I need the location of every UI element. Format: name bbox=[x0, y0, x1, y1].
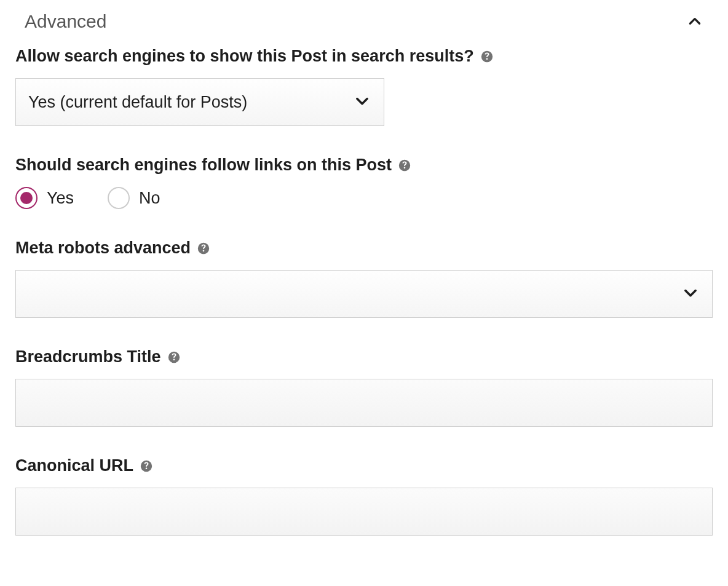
follow-links-no-label: No bbox=[139, 189, 160, 208]
advanced-panel-title: Advanced bbox=[25, 11, 106, 32]
allow-search-engines-select[interactable]: Yes (current default for Posts) bbox=[15, 78, 384, 126]
breadcrumbs-title-label: Breadcrumbs Title bbox=[15, 347, 713, 366]
meta-robots-select[interactable] bbox=[15, 270, 713, 318]
help-icon[interactable] bbox=[167, 350, 181, 364]
canonical-url-input[interactable] bbox=[15, 488, 713, 536]
help-icon[interactable] bbox=[140, 459, 153, 473]
canonical-url-label-text: Canonical URL bbox=[15, 456, 133, 475]
follow-links-radio-group: Yes No bbox=[15, 187, 713, 209]
help-icon[interactable] bbox=[480, 50, 494, 63]
canonical-url-label: Canonical URL bbox=[15, 456, 713, 475]
radio-dot bbox=[20, 192, 33, 204]
breadcrumbs-title-input[interactable] bbox=[15, 379, 713, 427]
allow-search-engines-selected-value: Yes (current default for Posts) bbox=[28, 93, 247, 112]
radio-circle-selected bbox=[15, 187, 38, 209]
advanced-panel-header[interactable]: Advanced bbox=[15, 0, 713, 47]
meta-robots-label: Meta robots advanced bbox=[15, 239, 713, 258]
radio-circle-unselected bbox=[108, 187, 130, 209]
follow-links-yes-label: Yes bbox=[47, 189, 74, 208]
follow-links-label: Should search engines follow links on th… bbox=[15, 156, 713, 175]
follow-links-label-text: Should search engines follow links on th… bbox=[15, 156, 392, 175]
breadcrumbs-title-label-text: Breadcrumbs Title bbox=[15, 347, 161, 366]
help-icon[interactable] bbox=[197, 242, 210, 255]
allow-search-engines-label: Allow search engines to show this Post i… bbox=[15, 47, 713, 66]
allow-search-engines-label-text: Allow search engines to show this Post i… bbox=[15, 47, 474, 66]
meta-robots-label-text: Meta robots advanced bbox=[15, 239, 191, 258]
follow-links-radio-no[interactable]: No bbox=[108, 187, 160, 209]
help-icon[interactable] bbox=[398, 159, 411, 172]
chevron-up-icon bbox=[686, 13, 703, 30]
follow-links-radio-yes[interactable]: Yes bbox=[15, 187, 74, 209]
